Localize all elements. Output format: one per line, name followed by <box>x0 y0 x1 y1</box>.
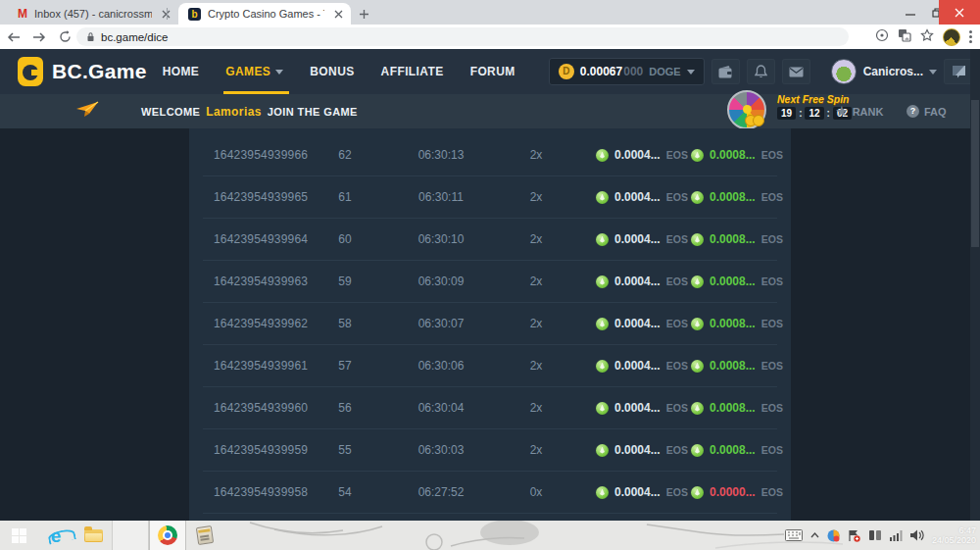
bet-id-cell: 16423954939966 <box>203 148 311 162</box>
scrollbar-thumb[interactable] <box>971 100 979 247</box>
people-icon[interactable] <box>868 529 882 541</box>
url-text[interactable]: bc.game/dice <box>101 31 168 43</box>
system-tray: 6:47 24/05/2020 <box>785 521 976 550</box>
browser-tab-strip: M Inbox (457) - canicrossmaxx@gm b Crypt… <box>0 0 980 25</box>
browser-profile-avatar[interactable] <box>943 28 960 46</box>
send-to-devices-icon[interactable] <box>875 28 889 46</box>
eos-coin-icon <box>596 318 609 330</box>
translate-icon[interactable] <box>898 28 911 46</box>
tab-bcgame[interactable]: b Crypto Casino Games - The 8 Be <box>178 3 351 25</box>
profit-cell: 0.0008...EOS <box>683 359 783 373</box>
reload-icon[interactable] <box>53 27 76 47</box>
nav-home[interactable]: HOME <box>163 49 200 94</box>
roll-number-cell: 57 <box>311 359 379 373</box>
bet-time-cell: 06:30:07 <box>379 317 503 330</box>
bet-row[interactable]: 164239549399595506:30:032x0.0004...EOS0.… <box>189 429 791 471</box>
bet-row[interactable]: 164239549399635906:30:092x0.0004...EOS0.… <box>189 261 791 302</box>
bookmark-star-icon[interactable] <box>920 28 934 46</box>
eos-coin-icon <box>596 149 609 162</box>
chrome-button[interactable] <box>149 521 186 550</box>
app-icon-misc <box>196 525 214 545</box>
app-button-misc[interactable] <box>186 521 223 550</box>
wallet-button[interactable] <box>711 59 740 84</box>
balance-currency: DOGE <box>649 66 680 77</box>
nav-forum[interactable]: FORUM <box>470 49 515 94</box>
payout-multiplier-cell: 2x <box>503 190 569 204</box>
nav-games[interactable]: GAMES <box>225 49 283 94</box>
https-lock-icon[interactable] <box>86 28 95 46</box>
bet-amount-value: 0.0004... <box>614 317 661 330</box>
bcgame-favicon-icon: b <box>188 8 201 21</box>
taskbar-app-slots: e <box>0 521 223 550</box>
nav-label: BONUS <box>310 65 354 78</box>
messages-button[interactable] <box>782 59 810 84</box>
payout-multiplier-cell: 2x <box>503 148 569 162</box>
tray-app-icon[interactable] <box>827 529 840 542</box>
doge-coin-icon: D <box>559 64 574 79</box>
welcome-prefix: WELCOME <box>141 106 200 118</box>
bet-row[interactable]: 164239549399585406:27:520x0.0004...EOS0.… <box>189 472 791 513</box>
bet-row[interactable]: 164239549399605606:30:042x0.0004...EOS0.… <box>189 387 791 428</box>
announcement-megaphone-icon <box>74 101 100 123</box>
show-hidden-icons-chevron[interactable] <box>810 532 819 538</box>
address-bar[interactable]: bc.game/dice <box>76 27 849 46</box>
action-center-flag-icon[interactable] <box>848 529 860 542</box>
taskbar-clock[interactable]: 6:47 24/05/2020 <box>932 525 976 545</box>
bcgame-logo-text: BC.Game <box>52 60 147 83</box>
start-button[interactable] <box>0 521 37 550</box>
window-minimize-button[interactable] <box>897 0 924 25</box>
file-explorer-button[interactable] <box>74 521 112 550</box>
tab-gmail[interactable]: M Inbox (457) - canicrossmaxx@gm <box>0 3 178 25</box>
browser-menu-icon[interactable] <box>969 30 972 43</box>
bet-row[interactable]: 164239549399666206:30:132x0.0004...EOS0.… <box>189 134 791 175</box>
nav-bonus[interactable]: BONUS <box>310 49 354 94</box>
network-signal-icon[interactable] <box>890 530 903 541</box>
bet-row[interactable]: 164239549399615706:30:062x0.0004...EOS0.… <box>189 345 791 386</box>
back-icon[interactable] <box>2 27 25 47</box>
payout-multiplier-cell: 2x <box>503 401 569 415</box>
page-scrollbar[interactable] <box>970 49 980 521</box>
touch-keyboard-icon[interactable] <box>785 529 803 541</box>
bcgame-logo[interactable]: BC.Game <box>18 57 147 86</box>
open-app-button[interactable] <box>112 521 149 550</box>
browser-toolbar: bc.game/dice <box>0 25 980 49</box>
eos-coin-icon <box>691 486 704 499</box>
profit-currency-label: EOS <box>761 318 783 329</box>
faq-button[interactable]: ? FAQ <box>906 105 947 118</box>
notifications-button[interactable] <box>747 59 775 84</box>
roll-number-cell: 55 <box>311 443 379 457</box>
bet-amount-cell: 0.0004...EOS <box>569 485 683 499</box>
profit-value: 0.0008... <box>710 232 756 246</box>
bet-id-cell: 16423954939963 <box>203 275 311 288</box>
roll-number-cell: 60 <box>311 232 379 246</box>
tab-close-icon[interactable] <box>159 7 172 21</box>
bet-amount-cell: 0.0004...EOS <box>569 317 683 330</box>
profit-value: 0.0008... <box>710 317 756 330</box>
forward-icon[interactable] <box>27 27 51 47</box>
user-menu[interactable]: Canicros... <box>863 65 937 78</box>
new-tab-button[interactable] <box>359 6 374 22</box>
bet-row[interactable]: 164239549399656106:30:112x0.0004...EOS0.… <box>189 176 791 218</box>
username-text: Canicros... <box>863 65 923 78</box>
eos-coin-icon <box>691 318 704 330</box>
user-avatar[interactable] <box>831 59 857 84</box>
tab-close-icon[interactable] <box>331 7 345 21</box>
profit-cell: 0.0000...EOS <box>683 485 783 499</box>
rank-label: RANK <box>853 106 884 118</box>
welcome-message: WELCOME Lamorias JOIN THE GAME <box>141 105 358 119</box>
wallet-icon <box>718 66 733 78</box>
internet-explorer-button[interactable]: e <box>37 521 74 550</box>
window-close-button[interactable] <box>939 0 980 25</box>
welcome-username[interactable]: Lamorias <box>206 105 262 119</box>
bet-amount-cell: 0.0004...EOS <box>569 401 683 415</box>
timer-separator: : <box>799 108 802 119</box>
bet-id-cell: 16423954939960 <box>203 401 311 415</box>
profit-value: 0.0008... <box>710 443 756 457</box>
nav-affiliate[interactable]: AFFILIATE <box>381 49 444 94</box>
balance-selector[interactable]: D 0.00067 000 DOGE <box>549 58 705 85</box>
rank-button[interactable]: ★ RANK <box>836 105 883 118</box>
volume-icon[interactable] <box>910 529 924 541</box>
bet-row[interactable]: 164239549399646006:30:102x0.0004...EOS0.… <box>189 219 791 260</box>
bet-row[interactable]: 164239549399625806:30:072x0.0004...EOS0.… <box>189 303 791 344</box>
roll-number-cell: 62 <box>311 148 379 162</box>
